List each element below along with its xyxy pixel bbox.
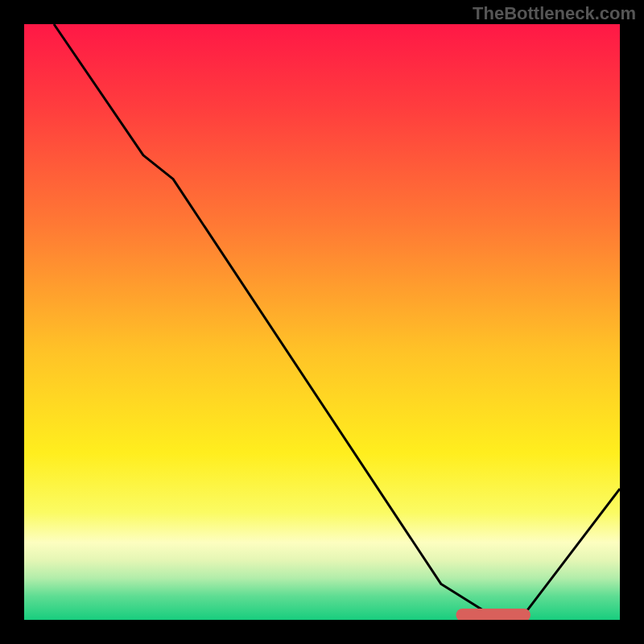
plot-frame-border — [0, 0, 24, 644]
watermark-text: TheBottleneck.com — [473, 3, 636, 24]
plot-frame-border — [620, 0, 644, 644]
chart-container: TheBottleneck.com — [0, 0, 644, 644]
chart-svg — [0, 0, 644, 644]
plot-frame-border — [0, 620, 644, 644]
optimal-range-marker — [456, 609, 531, 621]
